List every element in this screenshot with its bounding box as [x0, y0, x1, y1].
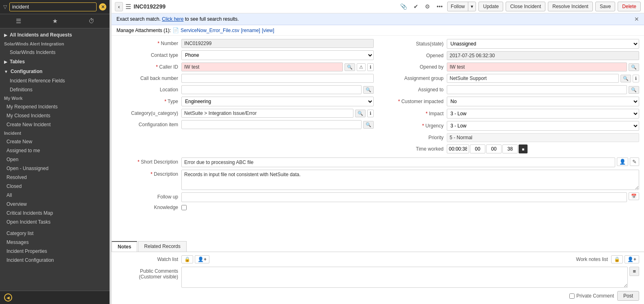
impact-select[interactable]: 3 - Low1 - High2 - Medium: [447, 109, 639, 119]
assigned-to-search-button[interactable]: 🔍: [629, 86, 639, 94]
sidebar-item-incident-properties[interactable]: Incident Properties: [0, 247, 110, 256]
customer-impacted-label: Customer impacted: [382, 99, 447, 104]
hamburger-icon[interactable]: ☰: [125, 3, 131, 11]
time-worked-hh-input[interactable]: [470, 144, 485, 153]
sidebar-item-overview[interactable]: Overview: [0, 200, 110, 209]
sidebar-item-resolved[interactable]: Resolved: [0, 173, 110, 182]
work-notes-lock-icon[interactable]: 🔒: [611, 255, 623, 263]
checkmark-icon-button[interactable]: ✔: [411, 2, 420, 11]
assignment-group-search-button[interactable]: 🔍: [620, 75, 631, 82]
search-close-button[interactable]: ✕: [99, 3, 106, 11]
close-incident-button[interactable]: Close Incident: [506, 2, 545, 11]
number-input[interactable]: [181, 39, 374, 48]
tab-history[interactable]: ⏱: [73, 14, 110, 28]
more-options-icon-button[interactable]: •••: [435, 2, 445, 11]
sidebar-item-all-incidents[interactable]: ▶ All Incidents and Requests: [0, 30, 110, 40]
follow-dropdown-arrow[interactable]: ▾: [468, 2, 476, 11]
sidebar-item-category-list[interactable]: Category list: [0, 229, 110, 238]
tab-list[interactable]: ☰: [0, 14, 37, 28]
comment-format-icon[interactable]: ≡: [629, 267, 639, 276]
watch-list-lock-icon[interactable]: 🔒: [181, 255, 193, 263]
post-button[interactable]: Post: [617, 291, 639, 301]
sidebar-item-critical-map[interactable]: Critical Incidents Map: [0, 209, 110, 218]
assignment-group-info-icon[interactable]: ℹ: [633, 75, 639, 82]
customer-impacted-select[interactable]: NoYes: [447, 97, 639, 106]
caller-id-input[interactable]: [181, 63, 343, 71]
update-button[interactable]: Update: [478, 2, 503, 11]
sidebar-item-incident-configuration[interactable]: Incident Configuration: [0, 256, 110, 265]
time-worked-total-input[interactable]: [447, 144, 469, 153]
follow-button-group[interactable]: Follow ▾: [447, 2, 476, 11]
knowledge-checkbox[interactable]: [181, 205, 187, 210]
back-nav-button[interactable]: ‹: [115, 2, 123, 11]
sidebar-item-my-reopened[interactable]: My Reopened Incidents: [0, 102, 110, 111]
attachment-view-link[interactable]: [view]: [262, 28, 274, 33]
sidebar-item-my-closed[interactable]: My Closed Incidents: [0, 111, 110, 120]
assigned-to-input[interactable]: [447, 85, 627, 94]
attachment-rename-link[interactable]: [rename]: [241, 28, 260, 33]
back-button[interactable]: ◀: [4, 293, 12, 302]
sidebar-item-messages[interactable]: Messages: [0, 238, 110, 247]
opened-by-search-button[interactable]: 🔍: [629, 63, 639, 71]
caller-id-info-icon[interactable]: ℹ: [367, 63, 374, 71]
location-search-button[interactable]: 🔍: [363, 86, 374, 94]
follow-label[interactable]: Follow: [448, 2, 468, 11]
search-banner-close[interactable]: ✕: [634, 16, 639, 22]
knowledge-label: Knowledge: [116, 205, 181, 210]
category-info-icon[interactable]: ℹ: [367, 110, 374, 117]
time-worked-submit-button[interactable]: ■: [519, 144, 528, 153]
tab-notes[interactable]: Notes: [112, 241, 137, 252]
contact-type-select[interactable]: PhoneEmailSelf-serviceWalk In: [181, 50, 374, 60]
time-worked-mm-input[interactable]: [486, 144, 502, 153]
caller-id-search-button[interactable]: 🔍: [345, 63, 355, 71]
short-desc-icon2[interactable]: ✎: [630, 157, 639, 166]
save-button[interactable]: Save: [595, 2, 615, 11]
delete-button[interactable]: Delete: [618, 2, 641, 11]
paperclip-icon-button[interactable]: 📎: [398, 2, 409, 11]
config-item-label: Configuration item: [116, 122, 181, 127]
sidebar-item-open-tasks[interactable]: Open Incident Tasks: [0, 218, 110, 226]
status-select[interactable]: UnassignedNewIn ProgressOn HoldResolvedC…: [447, 39, 639, 49]
caller-id-alert-icon[interactable]: ⚠: [357, 63, 366, 71]
sidebar-item-create-new-incident[interactable]: Create New Incident: [0, 120, 110, 129]
type-select[interactable]: EngineeringSoftwareHardwareNetwork: [181, 97, 374, 106]
tab-related-records[interactable]: Related Records: [138, 241, 186, 252]
short-desc-icon1[interactable]: 👤: [617, 157, 628, 166]
resolve-incident-button[interactable]: Resolve Incident: [548, 2, 593, 11]
assignment-group-input[interactable]: [447, 74, 619, 83]
sidebar-item-all[interactable]: All: [0, 191, 110, 200]
private-comment-checkbox[interactable]: [569, 293, 575, 299]
follow-up-calendar-icon[interactable]: 📅: [629, 192, 639, 200]
settings-icon-button[interactable]: ⚙: [423, 2, 432, 11]
sidebar-item-solarwinds-incidents[interactable]: SolarWinds Incidents: [0, 48, 110, 57]
tab-favorites[interactable]: ★: [37, 14, 73, 28]
search-results-link[interactable]: Click here: [162, 16, 183, 22]
description-textarea[interactable]: Records in input file not consistent wit…: [181, 170, 639, 190]
time-worked-ss-input[interactable]: [502, 144, 518, 153]
sidebar-item-assigned-to-me[interactable]: Assigned to me: [0, 146, 110, 155]
opened-by-input[interactable]: [447, 63, 627, 71]
category-input[interactable]: [181, 109, 353, 118]
work-notes-person-icon[interactable]: 👤+: [625, 255, 639, 263]
location-input[interactable]: [181, 85, 362, 94]
sidebar-item-closed[interactable]: Closed: [0, 182, 110, 191]
sidebar-item-configuration[interactable]: ▼ Configuration: [0, 67, 110, 76]
urgency-select[interactable]: 3 - Low1 - High2 - Medium: [447, 121, 639, 131]
search-input[interactable]: incident: [9, 2, 97, 11]
sidebar-item-open[interactable]: Open: [0, 155, 110, 164]
callback-input[interactable]: [181, 74, 374, 83]
public-comments-textarea[interactable]: [181, 267, 628, 288]
sidebar-item-tables[interactable]: ▶ Tables: [0, 57, 110, 67]
watch-list-row: Watch list 🔒 👤+ Work notes list 🔒 👤+: [116, 255, 639, 263]
attachment-filename[interactable]: ServiceNow_Error_File.csv: [181, 28, 239, 33]
short-desc-input[interactable]: [181, 157, 615, 167]
sidebar-item-incident-ref-fields[interactable]: Incident Reference Fields: [0, 76, 110, 85]
category-search-button[interactable]: 🔍: [355, 110, 366, 117]
watch-list-person-icon[interactable]: 👤+: [195, 255, 209, 263]
follow-up-input[interactable]: [181, 192, 627, 202]
config-item-search-button[interactable]: 🔍: [363, 121, 374, 129]
config-item-input[interactable]: [181, 120, 362, 129]
sidebar-item-create-new[interactable]: Create New: [0, 137, 110, 146]
sidebar-item-definitions[interactable]: Definitions: [0, 85, 110, 94]
sidebar-item-open-unassigned[interactable]: Open - Unassigned: [0, 164, 110, 173]
